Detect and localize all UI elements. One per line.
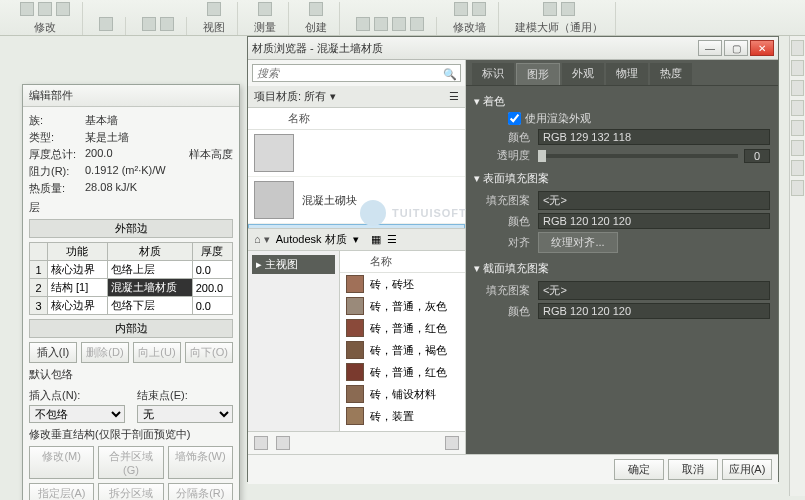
ribbon-sec[interactable]: 建模大师（通用） (503, 2, 616, 35)
tab-identity[interactable]: 标识 (472, 63, 514, 85)
texture-alignment-button[interactable]: 纹理对齐... (538, 232, 618, 253)
library-item[interactable]: 砖，砖坯 (340, 273, 465, 295)
lib-item-name: 砖，普通，灰色 (370, 299, 447, 314)
maximize-button[interactable]: ▢ (724, 40, 748, 56)
transparency-slider[interactable] (538, 154, 738, 158)
material-item[interactable] (248, 130, 465, 177)
cut-color-value[interactable]: RGB 120 120 120 (538, 303, 770, 319)
surface-color-label: 颜色 (474, 214, 530, 229)
material-browser-title: 材质浏览器 - 混凝土墙材质 (252, 41, 698, 56)
cut-fill-label: 填充图案 (474, 283, 530, 298)
table-row: 1核心边界包络上层0.0 (30, 261, 233, 279)
ribbon-sec[interactable] (130, 17, 187, 35)
project-materials-list[interactable]: 名称 混凝土砌块混凝土墙材质胶合板，面层 (248, 108, 465, 228)
lib-thumb (346, 297, 364, 315)
tab-graphics[interactable]: 图形 (516, 63, 560, 85)
minimize-button[interactable]: — (698, 40, 722, 56)
surface-fill-label: 填充图案 (474, 193, 530, 208)
surface-color-value[interactable]: RGB 120 120 120 (538, 213, 770, 229)
material-properties-pane: 标识 图形 外观 物理 热度 ▾ 着色 使用渲染外观 颜色RGB 129 132… (466, 60, 778, 454)
insert-button[interactable]: 插入(I) (29, 342, 77, 363)
tab-thermal[interactable]: 热度 (650, 63, 692, 85)
new-material-icon[interactable] (254, 436, 268, 450)
library-item[interactable]: 砖，装置 (340, 405, 465, 427)
shading-color-value[interactable]: RGB 129 132 118 (538, 129, 770, 145)
list-view-icon[interactable]: ☰ (387, 233, 397, 246)
insert-point-select[interactable]: 不包络 (29, 405, 125, 423)
down-button[interactable]: 向下(O) (185, 342, 233, 363)
transparency-value[interactable]: 0 (744, 149, 770, 163)
ribbon-sec[interactable]: 测量 (242, 2, 289, 35)
end-point-select[interactable]: 无 (137, 405, 233, 423)
library-item[interactable]: 砖，普通，红色 (340, 361, 465, 383)
library-item[interactable]: 砖，铺设材料 (340, 383, 465, 405)
grid-view-icon[interactable]: ▦ (371, 233, 381, 246)
material-toolbar (248, 431, 465, 454)
open-library-icon[interactable] (445, 436, 459, 450)
list-view-icon[interactable]: ☰ (449, 90, 459, 103)
split-button[interactable]: 拆分区域(L) (98, 483, 163, 500)
chevron-down-icon[interactable]: ▾ (353, 233, 359, 246)
search-icon[interactable]: 🔍 (443, 68, 457, 81)
autodesk-lib-label[interactable]: Autodesk 材质 (276, 232, 347, 247)
surface-pattern-section: ▾ 表面填充图案 填充图案<无> 颜色RGB 120 120 120 对齐纹理对… (474, 169, 770, 253)
top-ribbon: 修改 视图 测量 创建 修改墙 建模大师（通用） (0, 0, 805, 36)
reveal-button[interactable]: 分隔条(R) (168, 483, 233, 500)
ribbon-sec[interactable] (344, 17, 437, 35)
project-materials-row[interactable]: 项目材质: 所有▾ ☰ (248, 86, 465, 108)
thickness-label: 厚度总计: (29, 147, 85, 162)
tab-physical[interactable]: 物理 (606, 63, 648, 85)
close-button[interactable]: ✕ (750, 40, 774, 56)
surface-header[interactable]: ▾ 表面填充图案 (474, 169, 770, 188)
lib-item-name: 砖，普通，红色 (370, 365, 447, 380)
cut-fill-value[interactable]: <无> (538, 281, 770, 300)
lib-thumb (346, 407, 364, 425)
right-dock-strip[interactable] (789, 36, 805, 496)
mat-ok-button[interactable]: 确定 (614, 459, 664, 480)
duplicate-icon[interactable] (276, 436, 290, 450)
library-item[interactable]: 砖，普通，红色 (340, 317, 465, 339)
up-button[interactable]: 向上(U) (133, 342, 181, 363)
ribbon-sec[interactable]: 视图 (191, 2, 238, 35)
home-icon[interactable]: ⌂ ▾ (254, 233, 270, 246)
insert-point-label: 插入点(N): (29, 388, 125, 403)
material-item[interactable]: 混凝土砌块 (248, 177, 465, 224)
surface-fill-value[interactable]: <无> (538, 191, 770, 210)
material-name: 混凝土砌块 (302, 193, 357, 208)
ribbon-sec[interactable]: 创建 (293, 2, 340, 35)
mat-apply-button[interactable]: 应用(A) (722, 459, 772, 480)
material-left-pane: 🔍 项目材质: 所有▾ ☰ 名称 混凝土砌块混凝土墙材质胶合板，面层 ⌂ ▾ A… (248, 60, 466, 454)
cut-header[interactable]: ▾ 截面填充图案 (474, 259, 770, 278)
use-render-checkbox[interactable] (508, 112, 521, 125)
mat-cancel-button[interactable]: 取消 (668, 459, 718, 480)
library-item[interactable]: 砖，普通，灰色 (340, 295, 465, 317)
library-item[interactable]: 砖，普通，褐色 (340, 339, 465, 361)
chevron-down-icon[interactable]: ▾ (330, 90, 336, 103)
lib-thumb (346, 363, 364, 381)
search-input[interactable] (252, 64, 461, 82)
cut-pattern-section: ▾ 截面填充图案 填充图案<无> 颜色RGB 120 120 120 (474, 259, 770, 319)
sweep-button[interactable]: 墙饰条(W) (168, 446, 233, 479)
modify-button[interactable]: 修改(M) (29, 446, 94, 479)
merge-button[interactable]: 合并区域(G) (98, 446, 163, 479)
layers-table[interactable]: 功能材质厚度 1核心边界包络上层0.0 2结构 [1]混凝土墙材质200.0 3… (29, 242, 233, 315)
ribbon-sec[interactable]: 修改 (8, 2, 83, 35)
color-label: 颜色 (474, 130, 530, 145)
ribbon-sec[interactable] (87, 17, 126, 35)
tab-appearance[interactable]: 外观 (562, 63, 604, 85)
material-browser-titlebar[interactable]: 材质浏览器 - 混凝土墙材质 — ▢ ✕ (248, 37, 778, 60)
layers-label: 层 (29, 200, 233, 215)
library-nav[interactable]: ⌂ ▾ Autodesk 材质▾ ▦☰ (248, 228, 465, 251)
family-value: 基本墙 (85, 113, 118, 128)
shading-header[interactable]: ▾ 着色 (474, 92, 770, 111)
material-thumb (254, 134, 294, 172)
delete-button[interactable]: 删除(D) (81, 342, 129, 363)
wrap-label: 默认包络 (29, 367, 233, 382)
assign-button[interactable]: 指定层(A) (29, 483, 94, 500)
material-thumb (254, 181, 294, 219)
tree-main-view[interactable]: ▸ 主视图 (252, 255, 335, 274)
library-tree[interactable]: ▸ 主视图 (248, 251, 340, 431)
library-list[interactable]: 名称 砖，砖坯砖，普通，灰色砖，普通，红色砖，普通，褐色砖，普通，红色砖，铺设材… (340, 251, 465, 431)
ribbon-sec[interactable]: 修改墙 (441, 2, 499, 35)
lib-name-header: 名称 (340, 251, 465, 273)
